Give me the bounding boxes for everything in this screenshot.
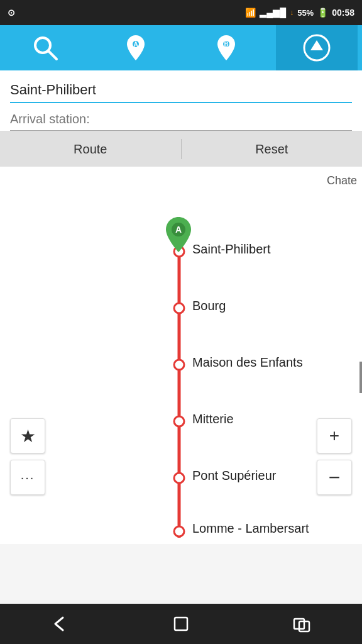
location-a-nav-button[interactable]: A: [95, 25, 177, 70]
svg-point-14: [174, 526, 184, 536]
station-saint-philibert: Saint-Philibert: [192, 242, 271, 257]
more-button[interactable]: ···: [10, 460, 45, 495]
departure-input[interactable]: [10, 78, 352, 103]
svg-point-10: [174, 303, 184, 313]
zoom-in-button[interactable]: +: [317, 418, 352, 453]
location-b-nav-button[interactable]: B: [185, 25, 267, 70]
signal-icon: ▂▄▆█: [260, 8, 286, 18]
wifi-icon: 📶: [245, 8, 256, 18]
svg-text:A: A: [133, 41, 138, 48]
home-button[interactable]: [156, 604, 206, 644]
svg-point-11: [174, 360, 184, 370]
search-area: [0, 70, 362, 131]
svg-marker-7: [310, 40, 323, 50]
upload-nav-button[interactable]: [276, 25, 358, 70]
svg-point-13: [174, 473, 184, 483]
svg-line-1: [48, 51, 57, 59]
station-pont-superieur: Pont Supérieur: [192, 469, 276, 483]
svg-text:B: B: [224, 41, 228, 48]
map-area: Chate A Saint-Philibert Bourg Maison des…: [0, 167, 362, 544]
station-bourg: Bourg: [192, 299, 226, 313]
route-reset-bar: Route Reset: [0, 131, 362, 167]
station-maison-des-enfants: Maison des Enfants: [192, 355, 303, 370]
back-button[interactable]: [35, 604, 85, 644]
station-lomme-lambersart: Lomme - Lambersart: [192, 521, 309, 536]
gps-icon: ⊙: [8, 8, 15, 18]
station-mitterie: Mitterie: [192, 412, 234, 426]
right-edge-indicator: [359, 362, 362, 393]
route-button[interactable]: Route: [0, 131, 181, 167]
bottom-nav-bar: [0, 604, 362, 644]
arrival-input[interactable]: [10, 108, 352, 131]
clock: 00:58: [332, 8, 354, 18]
zoom-out-button[interactable]: −: [317, 460, 352, 495]
svg-rect-17: [175, 618, 187, 630]
search-nav-button[interactable]: [4, 25, 86, 70]
star-button[interactable]: ★: [10, 418, 45, 453]
download-arrow-icon: ↓: [290, 8, 293, 17]
status-bar: ⊙ 📶 ▂▄▆█ ↓ 55% 🔋 00:58: [0, 0, 362, 25]
battery-text: 55%: [297, 8, 314, 18]
nav-bar: A B: [0, 25, 362, 70]
battery-icon: 🔋: [317, 8, 328, 18]
recents-button[interactable]: [277, 604, 327, 644]
reset-button[interactable]: Reset: [182, 131, 363, 167]
svg-point-12: [174, 416, 184, 426]
svg-text:A: A: [175, 225, 182, 235]
